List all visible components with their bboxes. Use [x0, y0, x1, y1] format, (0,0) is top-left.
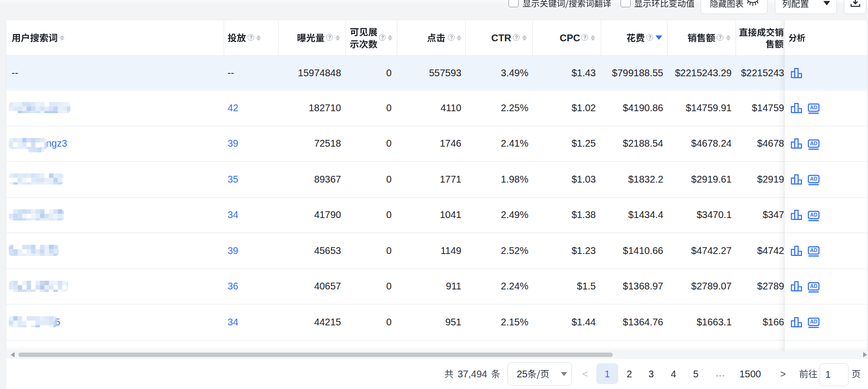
svg-text:AD: AD	[810, 140, 818, 146]
svg-text:AD: AD	[810, 283, 818, 289]
svg-text:AD: AD	[810, 247, 818, 253]
svg-text:AD: AD	[810, 319, 818, 324]
svg-text:AD: AD	[810, 212, 818, 218]
svg-text:AD: AD	[810, 176, 818, 182]
svg-text:AD: AD	[810, 104, 818, 110]
